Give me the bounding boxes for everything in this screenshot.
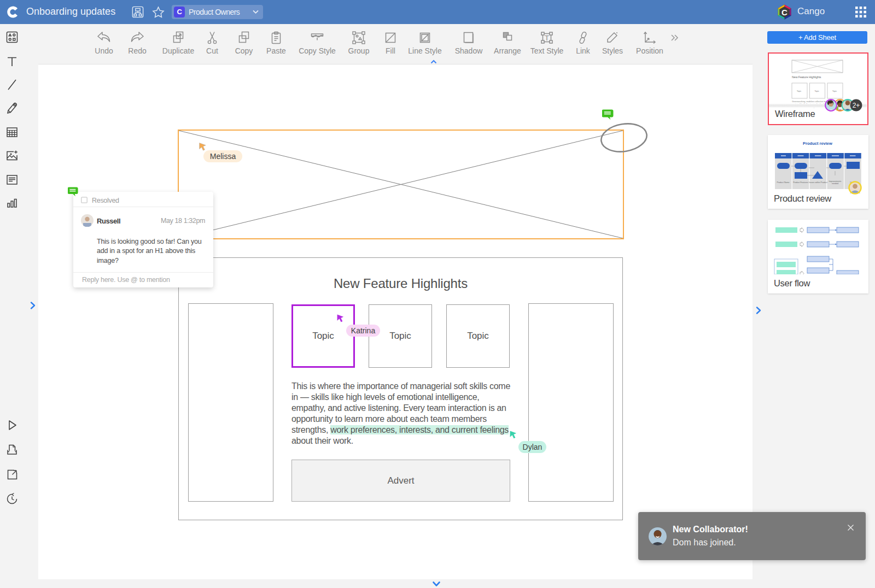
svg-text:Issues within Product: Issues within Product [809,181,827,184]
svg-text:needed: needed [832,183,838,185]
svg-text:2+: 2+ [853,102,860,109]
svg-text:Topic: Topic [797,90,802,92]
svg-text:T: T [545,34,549,42]
svg-text:C: C [781,8,788,17]
svg-text:Product review: Product review [803,141,832,146]
svg-text:Topic: Topic [815,90,820,92]
svg-text:Product Features: Product Features [793,181,808,184]
svg-text:Topic: Topic [832,90,837,92]
svg-text:Greenwashing, mobilize collect: Greenwashing, mobilize collective im [792,101,826,103]
svg-text:Product Name: Product Name [777,181,790,184]
svg-text:New Feature Highlights: New Feature Highlights [792,75,821,79]
